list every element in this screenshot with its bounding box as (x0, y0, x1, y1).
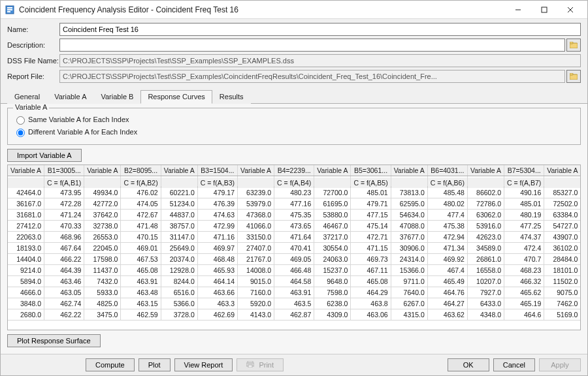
table-cell[interactable]: 16558.0 (467, 265, 504, 276)
table-cell[interactable]: 18193.0 (8, 243, 44, 254)
table-cell[interactable]: 42623.0 (467, 232, 504, 243)
table-cell[interactable]: 41066.0 (237, 221, 274, 232)
table-cell[interactable]: 468.23 (504, 265, 544, 276)
table-cell[interactable]: 6433.0 (467, 298, 504, 309)
reportfile-browse-button[interactable] (566, 70, 581, 83)
table-cell[interactable]: 72786.0 (467, 198, 504, 210)
column-header[interactable]: Variable A (237, 165, 274, 176)
table-cell[interactable]: 10207.0 (467, 276, 504, 287)
table-cell[interactable]: 479.71 (351, 198, 391, 210)
column-header[interactable]: B1=3005... (44, 165, 84, 176)
table-cell[interactable]: 471.16 (197, 232, 237, 243)
table-cell[interactable]: 471.34 (427, 243, 467, 254)
ok-button[interactable]: OK (448, 358, 489, 371)
plot-button[interactable]: Plot (139, 358, 171, 371)
table-cell[interactable]: 470.33 (44, 221, 84, 232)
table-cell[interactable]: 471.48 (121, 221, 161, 232)
tab-variable-b[interactable]: Variable B (93, 90, 140, 104)
import-variable-a-button[interactable]: Import Variable A (7, 149, 82, 162)
table-cell[interactable]: 3475.0 (84, 309, 121, 321)
table-cell[interactable]: 471.15 (351, 243, 391, 254)
maximize-button[interactable] (531, 2, 557, 18)
table-cell[interactable]: 463.48 (121, 287, 161, 298)
table-cell[interactable]: 30554.0 (314, 243, 351, 254)
radio-same-input[interactable] (16, 116, 25, 125)
table-cell[interactable]: 5894.0 (8, 276, 44, 287)
table-cell[interactable]: 462.22 (44, 309, 84, 321)
table-cell[interactable]: 472.94 (427, 232, 467, 243)
table-cell[interactable]: 60221.0 (161, 187, 197, 198)
table-cell[interactable]: 463.15 (121, 298, 161, 309)
table-cell[interactable]: 464.29 (351, 287, 391, 298)
tab-general[interactable]: General (7, 90, 47, 104)
table-cell[interactable]: 26553.0 (84, 232, 121, 243)
table-cell[interactable]: 85327.0 (544, 187, 581, 198)
table-row[interactable]: 42464.0473.9549934.0476.0260221.0479.176… (8, 187, 581, 198)
table-cell[interactable]: 86602.0 (467, 187, 504, 198)
table-cell[interactable]: 33150.0 (237, 232, 274, 243)
table-cell[interactable]: 63384.0 (544, 210, 581, 221)
table-cell[interactable]: 464.39 (44, 265, 84, 276)
table-cell[interactable]: 4315.0 (391, 309, 427, 321)
table-cell[interactable]: 37677.0 (391, 232, 427, 243)
column-header[interactable]: Variable A (161, 165, 197, 176)
table-cell[interactable]: 469.92 (427, 254, 467, 265)
close-button[interactable] (557, 2, 583, 18)
table-cell[interactable]: 5169.0 (544, 309, 581, 321)
table-cell[interactable]: 37217.0 (314, 232, 351, 243)
table-cell[interactable]: 490.16 (504, 187, 544, 198)
table-row[interactable]: 3848.0462.744825.0463.155366.0463.35920.… (8, 298, 581, 309)
table-cell[interactable]: 24314.0 (391, 254, 427, 265)
table-cell[interactable]: 43907.0 (544, 232, 581, 243)
table-cell[interactable]: 31147.0 (161, 232, 197, 243)
table-cell[interactable]: 22045.0 (84, 243, 121, 254)
table-cell[interactable]: 465.93 (197, 265, 237, 276)
plot-response-surface-button[interactable]: Plot Response Surface (7, 334, 101, 347)
table-cell[interactable]: 463.91 (121, 276, 161, 287)
view-report-button[interactable]: View Report (174, 358, 233, 371)
table-cell[interactable]: 73813.0 (391, 187, 427, 198)
table-cell[interactable]: 36167.0 (8, 198, 44, 210)
radio-different-variable-a[interactable]: Different Variable A for Each Index (13, 127, 575, 137)
table-cell[interactable]: 12928.0 (161, 265, 197, 276)
column-header[interactable]: B4=2239... (274, 165, 314, 176)
table-cell[interactable]: 54634.0 (391, 210, 427, 221)
table-cell[interactable]: 475.14 (351, 221, 391, 232)
table-cell[interactable]: 7640.0 (391, 287, 427, 298)
table-cell[interactable]: 476.39 (197, 198, 237, 210)
table-cell[interactable]: 42464.0 (8, 187, 44, 198)
table-cell[interactable]: 38757.0 (161, 221, 197, 232)
table-cell[interactable]: 462.69 (197, 309, 237, 321)
column-header[interactable]: Variable A (84, 165, 121, 176)
table-cell[interactable]: 36102.0 (544, 243, 581, 254)
table-cell[interactable]: 25649.0 (161, 243, 197, 254)
table-cell[interactable]: 472.99 (197, 221, 237, 232)
table-cell[interactable]: 469.73 (351, 254, 391, 265)
table-cell[interactable]: 470.7 (504, 254, 544, 265)
table-cell[interactable]: 49934.0 (84, 187, 121, 198)
table-cell[interactable]: 466.22 (44, 254, 84, 265)
table-cell[interactable]: 5366.0 (161, 298, 197, 309)
table-cell[interactable]: 485.01 (504, 198, 544, 210)
description-browse-button[interactable] (566, 39, 581, 52)
table-cell[interactable]: 24063.0 (314, 254, 351, 265)
table-cell[interactable]: 467.4 (427, 265, 467, 276)
table-cell[interactable]: 4143.0 (237, 309, 274, 321)
apply-button[interactable]: Apply (539, 358, 581, 371)
table-cell[interactable]: 7462.0 (544, 298, 581, 309)
table-cell[interactable]: 467.64 (44, 243, 84, 254)
table-cell[interactable]: 472.71 (351, 232, 391, 243)
column-header[interactable]: B6=4031... (427, 165, 467, 176)
cancel-button[interactable]: Cancel (493, 358, 535, 371)
table-cell[interactable]: 463.46 (44, 276, 84, 287)
compute-button[interactable]: Compute (86, 358, 135, 371)
minimize-button[interactable] (505, 2, 531, 18)
table-cell[interactable]: 30906.0 (391, 243, 427, 254)
print-button[interactable]: Print (237, 358, 284, 371)
table-cell[interactable]: 463.62 (427, 309, 467, 321)
table-row[interactable]: 14404.0466.2217598.0467.5320374.0468.482… (8, 254, 581, 265)
table-cell[interactable]: 470.15 (121, 232, 161, 243)
table-row[interactable]: 2680.0462.223475.0462.593728.0462.694143… (8, 309, 581, 321)
table-cell[interactable]: 6238.0 (314, 298, 351, 309)
table-cell[interactable]: 465.49 (427, 276, 467, 287)
